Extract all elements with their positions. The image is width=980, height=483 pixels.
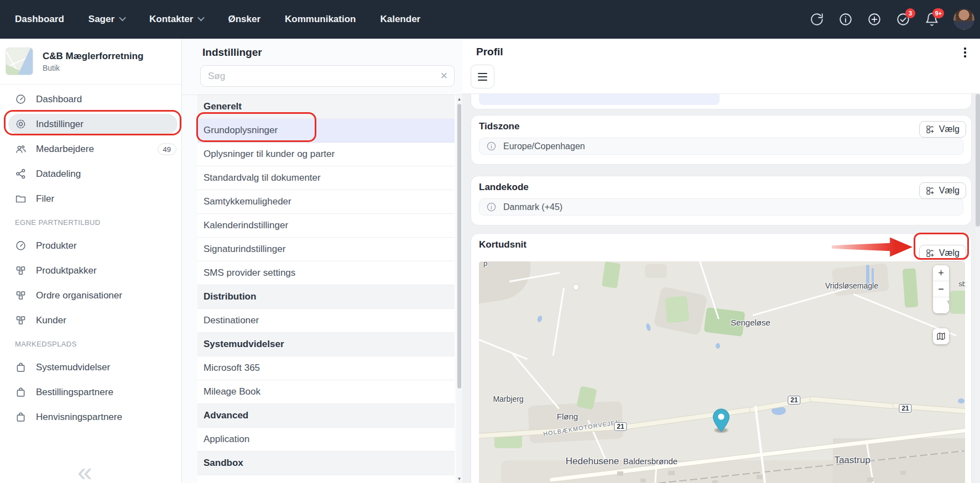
cubes-icon: [15, 265, 27, 276]
map-green-area: [602, 261, 621, 288]
settings-list-item-grundoplysninger[interactable]: Grundoplysninger: [197, 119, 455, 143]
nav-label: Kommunikation: [285, 14, 356, 25]
settings-list-item[interactable]: SMS provider settings: [197, 261, 455, 285]
map-motorway: [619, 407, 753, 430]
settings-panel-title: Indstillinger: [202, 46, 462, 59]
nav-item-onsker[interactable]: Ønsker: [228, 14, 260, 25]
zoom-out-button[interactable]: −: [933, 281, 949, 297]
settings-list-item[interactable]: Microsoft 365: [197, 356, 455, 380]
map-zoom-controls: + −: [933, 265, 949, 313]
scrollbar-thumb[interactable]: [976, 94, 980, 227]
folder-icon: [15, 193, 27, 204]
nav-item-kontakter[interactable]: Kontakter: [149, 14, 204, 25]
settings-list-item[interactable]: Destinationer: [197, 309, 455, 333]
scrollbar-thumb[interactable]: [457, 104, 461, 389]
gauge-icon: [15, 93, 27, 105]
highlighted-row-partial: [479, 94, 720, 105]
top-navbar: Dashboard Sager Kontakter Ønsker Kommuni…: [0, 0, 980, 39]
profile-header: Profil: [462, 39, 980, 94]
map-layers-button[interactable]: [933, 328, 949, 344]
map-motorway: [810, 397, 896, 408]
map-road: [552, 288, 565, 356]
settings-list-item[interactable]: Application: [197, 428, 455, 452]
clear-search-icon[interactable]: ✕: [440, 70, 448, 82]
hamburger-menu-button[interactable]: [471, 65, 494, 88]
settings-list-item[interactable]: Mileage Book: [197, 380, 455, 404]
settings-list-item[interactable]: Standardvalg til dokumenter: [197, 166, 455, 190]
map-label-vridslosemagle: Vridsløsemagle: [825, 281, 878, 290]
map-marker-pin: [712, 408, 730, 433]
map-green-area: [950, 291, 965, 314]
sidebar-item-filer[interactable]: Filer: [0, 186, 181, 211]
landekode-select-button[interactable]: Vælg: [919, 182, 966, 199]
organization-header[interactable]: C&B Mæglerforretning Butik: [0, 39, 181, 85]
kortudsnit-heading: Kortudsnit: [479, 239, 963, 250]
kortudsnit-card: Kortudsnit Vælg: [471, 233, 972, 483]
scroll-down-icon[interactable]: ▼: [456, 476, 462, 481]
compass-button[interactable]: [933, 297, 949, 313]
nav-label: Sager: [88, 14, 114, 25]
info-circle-icon: [486, 202, 497, 212]
landekode-value-row[interactable]: Danmark (+45): [479, 198, 963, 216]
settings-scrollbar[interactable]: ▲ ▼: [456, 95, 462, 483]
kortudsnit-select-button[interactable]: Vælg: [919, 245, 966, 261]
nav-item-kommunikation[interactable]: Kommunikation: [285, 14, 356, 25]
sidebar-item-systemudvidelser[interactable]: Systemudvidelser: [0, 355, 181, 380]
main-nav: Dashboard Sager Kontakter Ønsker Kommuni…: [0, 14, 420, 25]
sidebar-item-label: Produktpakker: [36, 265, 97, 276]
map-urban-area: [832, 263, 890, 296]
nav-item-kalender[interactable]: Kalender: [380, 14, 420, 25]
sidebar-item-datadeling[interactable]: Datadeling: [0, 161, 181, 186]
map-style-control: [933, 328, 949, 344]
sidebar-item-label: Medarbejdere: [36, 144, 94, 155]
map-label-partial: sb: [958, 280, 965, 288]
kebab-menu-icon[interactable]: [960, 46, 970, 65]
settings-list-item[interactable]: Signaturindstillinger: [197, 238, 455, 261]
nav-label: Dashboard: [15, 14, 64, 25]
settings-list-item[interactable]: Kalenderindstillinger: [197, 214, 455, 238]
sidebar-item-dashboard[interactable]: Dashboard: [0, 87, 181, 112]
profile-content: Tidszone Vælg Europe/Copenhagen Landekod…: [462, 94, 980, 483]
settings-list-item[interactable]: Oplysninger til kunder og parter: [197, 143, 455, 166]
add-icon[interactable]: [867, 12, 882, 27]
sidebar-item-bestillingspartnere[interactable]: Bestillingspartnere: [0, 380, 181, 405]
zoom-in-button[interactable]: +: [933, 265, 949, 281]
sidebar-item-produktpakker[interactable]: Produktpakker: [0, 258, 181, 283]
sidebar-item-kunder[interactable]: Kunder: [0, 308, 181, 333]
map-building: [757, 475, 763, 479]
nav-item-sager[interactable]: Sager: [88, 14, 125, 25]
road-number-badge: 21: [899, 404, 911, 413]
map-label-taastrup: Taastrup: [834, 455, 870, 466]
user-avatar[interactable]: [953, 9, 974, 30]
sidebar-item-label: Dashboard: [36, 94, 82, 105]
tidszone-select-button[interactable]: Vælg: [919, 121, 966, 138]
scroll-up-icon[interactable]: ▲: [456, 97, 462, 102]
tidszone-value-row[interactable]: Europe/Copenhagen: [479, 138, 963, 155]
sidebar: C&B Mæglerforretning Butik Dashboard Ind…: [0, 39, 182, 483]
collapse-sidebar-icon[interactable]: «: [77, 459, 92, 483]
info-circle-icon: [486, 141, 497, 151]
settings-list-item[interactable]: Email Whitelist: [197, 475, 455, 483]
sidebar-item-indstillinger[interactable]: Indstillinger: [0, 112, 181, 136]
info-icon[interactable]: [838, 12, 853, 27]
settings-search-input[interactable]: [200, 65, 455, 87]
road-number-badge: 21: [614, 422, 627, 431]
map-water: [536, 315, 543, 323]
nav-item-dashboard[interactable]: Dashboard: [15, 14, 64, 25]
cubes-icon: [15, 314, 27, 326]
sidebar-item-label: Filer: [36, 193, 54, 204]
sidebar-item-ordre-organisationer[interactable]: Ordre organisationer: [0, 283, 181, 308]
sidebar-item-henvisningspartnere[interactable]: Henvisningspartnere: [0, 405, 181, 429]
refresh-icon[interactable]: [810, 12, 824, 27]
notifications-bell-icon[interactable]: 9+: [925, 12, 939, 27]
map[interactable]: Vridsløsemagle sb p Sengeløse Marbjerg F…: [479, 261, 965, 483]
notifications-badge: 9+: [932, 8, 944, 18]
sidebar-item-produkter[interactable]: Produkter: [0, 233, 181, 258]
profile-scrollbar[interactable]: [976, 94, 980, 483]
settings-list-item[interactable]: Samtykkemuligheder: [197, 190, 455, 214]
profile-panel: Profil Tidszone Vælg Europe/Copenhagen L…: [462, 39, 980, 483]
map-label-partial: p: [483, 261, 487, 267]
sidebar-item-medarbejdere[interactable]: Medarbejdere49: [0, 136, 181, 161]
tasks-icon[interactable]: 3: [896, 12, 910, 27]
map-building: [867, 477, 873, 482]
